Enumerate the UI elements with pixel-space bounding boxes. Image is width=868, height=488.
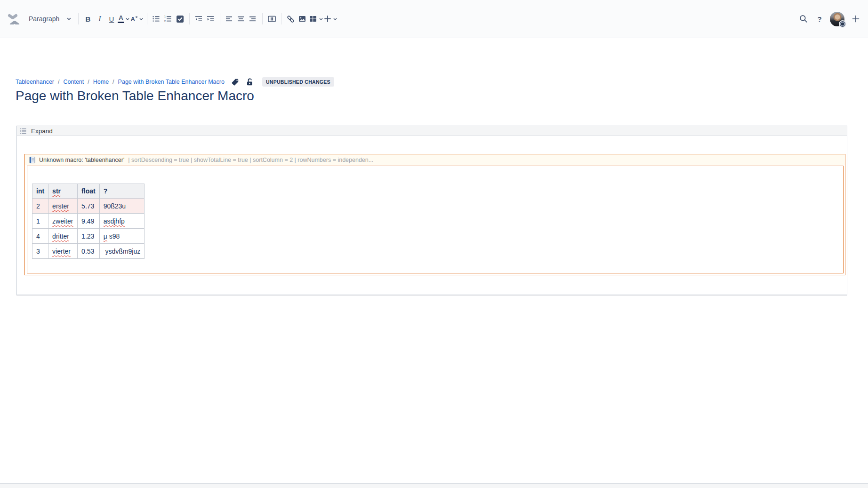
breadcrumb-link-home[interactable]: Home bbox=[93, 79, 109, 85]
avatar-status-badge-icon bbox=[839, 20, 846, 28]
user-avatar[interactable] bbox=[830, 12, 844, 26]
table-cell[interactable]: µ s98 bbox=[99, 229, 145, 244]
toolbar-divider bbox=[189, 13, 190, 24]
macro-book-icon bbox=[29, 156, 35, 164]
svg-text:2: 2 bbox=[164, 20, 166, 23]
more-formatting-button[interactable]: A bbox=[130, 12, 143, 26]
breadcrumb-link-page[interactable]: Page with Broken Table Enhancer Macro bbox=[118, 79, 225, 85]
expand-list-icon bbox=[20, 128, 27, 135]
toolbar-divider bbox=[262, 13, 263, 24]
chevron-down-icon bbox=[319, 18, 323, 20]
italic-button[interactable]: I bbox=[94, 12, 105, 26]
table-row: 4 dritter 1.23 µ s98 bbox=[32, 229, 145, 244]
align-center-icon bbox=[237, 15, 245, 23]
table-cell[interactable]: ysdvßm9juz bbox=[99, 244, 145, 259]
table-header-cell[interactable]: str bbox=[48, 184, 78, 199]
chevron-down-icon bbox=[67, 17, 71, 20]
chevron-down-icon bbox=[126, 18, 129, 20]
image-icon bbox=[298, 15, 306, 23]
unknown-macro-content: int str float ? 2 erster 5.73 90ß23u bbox=[27, 166, 844, 273]
paragraph-style-dropdown[interactable]: Paragraph bbox=[28, 15, 75, 23]
bottom-bar bbox=[0, 483, 868, 488]
table-cell[interactable]: 2 bbox=[32, 199, 48, 214]
insert-table-button[interactable] bbox=[309, 12, 323, 26]
insert-image-button[interactable] bbox=[297, 12, 308, 26]
outdent-icon bbox=[194, 15, 203, 23]
restrictions-button[interactable] bbox=[246, 78, 254, 86]
breadcrumb-link-content[interactable]: Content bbox=[64, 79, 84, 85]
toolbar-divider bbox=[281, 13, 281, 24]
insert-more-button[interactable] bbox=[324, 12, 337, 26]
breadcrumb-separator: / bbox=[113, 79, 114, 85]
expand-macro-header[interactable]: Expand bbox=[17, 126, 847, 136]
chevron-down-icon bbox=[333, 18, 337, 20]
toolbar-divider bbox=[220, 13, 220, 24]
breadcrumb: Tableenhancer / Content / Home / Page wi… bbox=[16, 77, 334, 87]
numbered-list-icon: 1 2 bbox=[164, 15, 172, 23]
table-cell[interactable]: 1.23 bbox=[78, 229, 100, 244]
editor-toolbar: Paragraph B I U A A 1 bbox=[0, 0, 868, 38]
table-header-row: int str float ? bbox=[32, 184, 145, 199]
numbered-list-button[interactable]: 1 2 bbox=[163, 12, 174, 26]
labels-tag-icon bbox=[231, 78, 239, 86]
svg-text:1: 1 bbox=[164, 15, 166, 18]
table-header-cell[interactable]: float bbox=[78, 184, 100, 199]
search-button[interactable] bbox=[798, 12, 809, 26]
text-color-button[interactable]: A bbox=[118, 12, 129, 26]
expand-macro: Expand Unknown macro: 'tableenhancer' | … bbox=[16, 126, 847, 295]
labels-button[interactable] bbox=[231, 78, 239, 86]
expand-macro-body: Unknown macro: 'tableenhancer' | sortDes… bbox=[17, 136, 847, 295]
unknown-macro-block[interactable]: Unknown macro: 'tableenhancer' | sortDes… bbox=[24, 154, 845, 275]
table-grid-icon bbox=[309, 15, 317, 23]
insert-link-button[interactable] bbox=[285, 12, 296, 26]
table-cell[interactable]: vierter bbox=[48, 244, 78, 259]
unknown-macro-title: Unknown macro: 'tableenhancer' bbox=[39, 157, 124, 163]
indent-button[interactable] bbox=[205, 12, 216, 26]
add-button[interactable] bbox=[850, 12, 861, 26]
table-cell[interactable]: 0.53 bbox=[78, 244, 100, 259]
table-header-cell[interactable]: ? bbox=[99, 184, 145, 199]
table-row: 3 vierter 0.53 ysdvßm9juz bbox=[32, 244, 145, 259]
task-list-icon bbox=[176, 15, 184, 23]
task-list-button[interactable] bbox=[175, 12, 185, 26]
table-cell[interactable]: erster bbox=[48, 199, 78, 214]
bold-button[interactable]: B bbox=[82, 12, 93, 26]
align-center-button[interactable] bbox=[236, 12, 247, 26]
table-cell[interactable]: asdjhfp bbox=[99, 214, 145, 229]
page-layout-icon bbox=[267, 15, 276, 23]
table-row: 2 erster 5.73 90ß23u bbox=[32, 199, 145, 214]
table-cell[interactable]: 5.73 bbox=[78, 199, 100, 214]
table-cell[interactable]: 9.49 bbox=[78, 214, 100, 229]
underline-button[interactable]: U bbox=[106, 12, 117, 26]
help-icon: ? bbox=[817, 15, 821, 23]
breadcrumb-separator: / bbox=[88, 79, 89, 85]
page-layout-button[interactable] bbox=[266, 12, 277, 26]
table-cell[interactable]: 1 bbox=[32, 214, 48, 229]
text-color-icon: A bbox=[118, 15, 124, 23]
outdent-button[interactable] bbox=[193, 12, 204, 26]
breadcrumb-link-space[interactable]: Tableenhancer bbox=[16, 79, 54, 85]
table-cell[interactable]: dritter bbox=[48, 229, 78, 244]
unknown-macro-header: Unknown macro: 'tableenhancer' | sortDes… bbox=[25, 154, 845, 165]
toolbar-divider bbox=[147, 13, 147, 24]
toolbar-left-group: Paragraph B I U A A 1 bbox=[8, 12, 338, 26]
indent-icon bbox=[206, 15, 215, 23]
align-right-button[interactable] bbox=[248, 12, 258, 26]
table-cell[interactable]: 4 bbox=[32, 229, 48, 244]
table-cell[interactable]: 3 bbox=[32, 244, 48, 259]
unlock-icon bbox=[246, 78, 254, 86]
page-title[interactable]: Page with Broken Table Enhancer Macro bbox=[16, 88, 254, 104]
toolbar-divider bbox=[78, 13, 79, 24]
add-plus-icon bbox=[852, 15, 860, 23]
bullet-list-button[interactable] bbox=[151, 12, 162, 26]
table-header-cell[interactable]: int bbox=[32, 184, 48, 199]
bullet-list-icon bbox=[152, 15, 161, 23]
table-cell[interactable]: 90ß23u bbox=[99, 199, 145, 214]
confluence-logo-icon bbox=[8, 13, 20, 24]
align-left-button[interactable] bbox=[224, 12, 235, 26]
search-icon bbox=[799, 14, 808, 24]
chevron-down-icon bbox=[139, 18, 143, 20]
insert-plus-icon bbox=[324, 15, 331, 23]
table-cell[interactable]: zweiter bbox=[48, 214, 78, 229]
help-button[interactable]: ? bbox=[814, 12, 825, 26]
